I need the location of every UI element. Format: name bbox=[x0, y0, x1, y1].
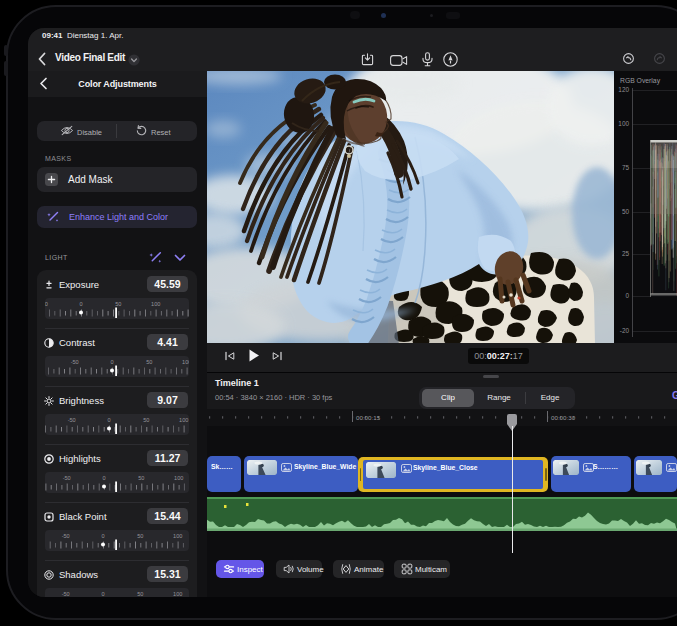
svg-text:50: 50 bbox=[115, 301, 121, 307]
svg-text:50: 50 bbox=[137, 533, 143, 539]
svg-text:0: 0 bbox=[79, 301, 82, 307]
svg-text:50: 50 bbox=[137, 591, 143, 597]
svg-text:50: 50 bbox=[138, 475, 144, 481]
svg-text:-50: -50 bbox=[68, 417, 76, 423]
svg-text:-50: -50 bbox=[62, 591, 70, 597]
svg-text:100: 100 bbox=[173, 591, 182, 597]
svg-text:100: 100 bbox=[151, 301, 160, 307]
svg-text:50: 50 bbox=[622, 208, 630, 215]
svg-text:00:00:15: 00:00:15 bbox=[356, 414, 381, 421]
svg-text:25: 25 bbox=[622, 250, 630, 257]
svg-text:100: 100 bbox=[174, 475, 183, 481]
svg-text:100: 100 bbox=[179, 417, 188, 423]
svg-text:RGB Overlay: RGB Overlay bbox=[620, 77, 661, 85]
svg-text:100: 100 bbox=[182, 359, 189, 365]
svg-text:-50: -50 bbox=[62, 533, 70, 539]
svg-text:100: 100 bbox=[173, 533, 182, 539]
svg-text:0: 0 bbox=[110, 359, 113, 365]
svg-text:-50: -50 bbox=[71, 359, 79, 365]
svg-text:00:00:30: 00:00:30 bbox=[551, 414, 576, 421]
svg-text:50: 50 bbox=[143, 417, 149, 423]
svg-text:120: 120 bbox=[618, 86, 629, 93]
svg-text:0: 0 bbox=[107, 417, 110, 423]
svg-text:75: 75 bbox=[622, 164, 630, 171]
svg-text:-20: -20 bbox=[620, 327, 630, 334]
svg-text:0: 0 bbox=[101, 533, 104, 539]
svg-text:0: 0 bbox=[101, 591, 104, 597]
svg-text:0: 0 bbox=[625, 292, 629, 299]
svg-text:-50: -50 bbox=[63, 475, 71, 481]
svg-text:0: 0 bbox=[102, 475, 105, 481]
svg-text:50: 50 bbox=[146, 359, 152, 365]
svg-text:-50: -50 bbox=[45, 301, 48, 307]
svg-text:100: 100 bbox=[618, 120, 629, 127]
